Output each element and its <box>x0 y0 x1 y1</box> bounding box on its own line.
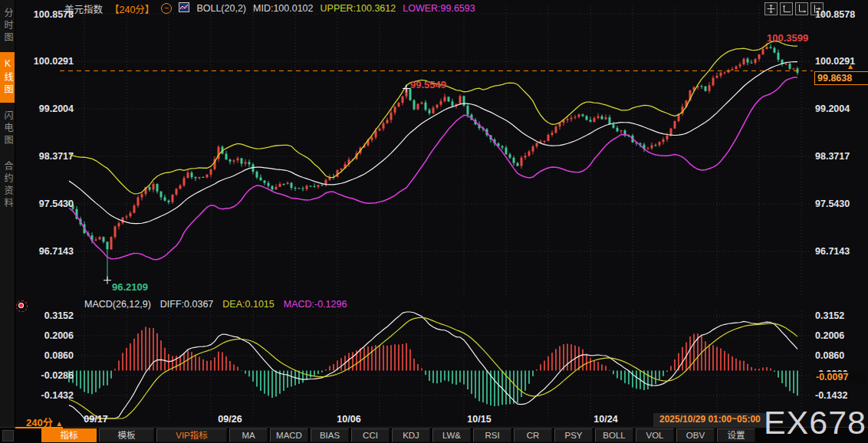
x-tick: 10/15 <box>460 414 498 425</box>
y-tick-right: 99.2004 <box>815 103 868 114</box>
collapse-icon[interactable]: − <box>161 3 172 14</box>
x-tick: 10/24 <box>587 414 625 425</box>
toolbar-macd-button[interactable]: MACD <box>270 428 308 442</box>
x-tick: 09/17 <box>77 414 115 425</box>
macd-tick-left: 0.0860 <box>18 350 74 361</box>
toolbar-ma-button[interactable]: MA <box>229 428 268 442</box>
watermark: EX678 <box>764 404 866 441</box>
swing-high-label: 100.3599 <box>767 32 808 44</box>
scale-y-axis-icon[interactable] <box>780 2 793 15</box>
macd-params-label: MACD(26,12,9) <box>84 299 151 310</box>
indicator-chart-icon[interactable] <box>179 2 189 15</box>
toolbar-cci-button[interactable]: CCI <box>351 428 390 442</box>
price-up-arrow-icon: ▲ <box>847 62 854 71</box>
last-price-badge: 99.8638 <box>814 71 868 85</box>
toolbar-kdj-button[interactable]: KDJ <box>392 428 430 442</box>
toolbar-psy-button[interactable]: PSY <box>554 428 593 442</box>
macd-header: MACD(26,12,9) DIFF:0.0367 DEA:0.1015 MAC… <box>84 299 347 310</box>
macd-tick-left: 0.3152 <box>18 310 74 321</box>
chart-window: 分时图 K线图 闪电图 合约资料 美元指数 【240分】 − BOLL(20,2… <box>0 0 868 443</box>
y-tick-right: 100.0291 <box>815 56 868 67</box>
toolbar-bias-button[interactable]: BIAS <box>311 428 349 442</box>
toolbar-vol-button[interactable]: VOL <box>636 428 674 442</box>
price-chart-canvas[interactable] <box>0 0 868 443</box>
crosshair-marker-icon[interactable] <box>16 300 28 312</box>
boll-mid-value: MID:100.0102 <box>253 3 314 14</box>
crosshair-tool-icon[interactable] <box>764 2 778 15</box>
y-tick-left: 100.0291 <box>18 56 74 67</box>
boll-indicator-label: BOLL(20,2) <box>196 3 246 14</box>
x-tick: 10/06 <box>330 414 368 425</box>
x-tick: 09/26 <box>211 414 249 425</box>
macd-tick-right: -0.1432 <box>815 390 868 401</box>
macd-tick-right: 0.0860 <box>815 350 868 361</box>
sidebar-tab-kline[interactable]: K线图 <box>0 52 15 103</box>
toolbar-settings-button[interactable]: 设置 <box>717 428 755 442</box>
macd-diff-value: DIFF:0.0367 <box>160 299 213 310</box>
y-tick-right: 97.5430 <box>815 199 868 209</box>
toolbar-cr-button[interactable]: CR <box>514 428 552 442</box>
y-tick-left: 96.7143 <box>18 246 74 257</box>
indicator-toolbar: 指标 模板 VIP指标 MA MACD BIAS CCI KDJ LW& RSI… <box>0 427 868 443</box>
swing-mid-label: 99.5549 <box>410 79 446 90</box>
swing-low-label: 96.2109 <box>112 281 148 293</box>
period-label[interactable]: 【240分】 <box>110 2 154 16</box>
toolbar-rsi-button[interactable]: RSI <box>473 428 511 442</box>
macd-tick-left: -0.1432 <box>18 390 74 401</box>
boll-upper-value: UPPER:100.3612 <box>321 3 396 14</box>
macd-value-badge: -0.0097 <box>814 372 866 383</box>
toolbar-indicator-button[interactable]: 指标 <box>41 428 97 442</box>
macd-tick-right: 0.3152 <box>815 310 868 321</box>
sidebar-tab-timeline[interactable]: 分时图 <box>0 2 15 51</box>
period-active-underline <box>15 427 63 428</box>
chart-header: 美元指数 【240分】 − BOLL(20,2) MID:100.0102 UP… <box>64 2 475 15</box>
toolbar-boll-button[interactable]: BOLL <box>595 428 633 442</box>
macd-bar-value: MACD:-0.1296 <box>284 299 347 310</box>
y-tick-right: 98.3717 <box>815 151 868 162</box>
macd-tick-right: 0.2006 <box>815 330 868 341</box>
scale-x-axis-icon[interactable] <box>795 2 808 15</box>
sidebar-tab-flash[interactable]: 闪电图 <box>0 104 15 153</box>
y-tick-right: 96.7143 <box>815 246 868 257</box>
sidebar-tab-contract-info[interactable]: 合约资料 <box>0 155 15 216</box>
toolbar-template-button[interactable]: 模板 <box>99 428 154 442</box>
y-tick-left: 98.3717 <box>18 151 74 162</box>
boll-lower-value: LOWER:99.6593 <box>403 3 475 14</box>
y-tick-left: 100.8578 <box>18 9 74 20</box>
time-range-label: 2025/10/29 01:00~05:00 <box>653 413 767 428</box>
y-tick-left: 99.2004 <box>18 103 74 114</box>
sidebar: 分时图 K线图 闪电图 合约资料 <box>0 0 15 443</box>
menu-icon[interactable] <box>2 430 14 441</box>
toolbar-vip-indicator-button[interactable]: VIP指标 <box>156 428 227 442</box>
macd-dea-value: DEA:0.1015 <box>222 299 274 310</box>
toolbar-obv-button[interactable]: OBV <box>676 428 715 442</box>
y-tick-right: 100.8578 <box>815 9 868 20</box>
y-tick-left: 97.5430 <box>18 199 74 209</box>
toolbar-lw-button[interactable]: LW& <box>432 428 471 442</box>
macd-tick-left: -0.0286 <box>18 370 74 381</box>
macd-tick-left: 0.2006 <box>18 330 74 341</box>
